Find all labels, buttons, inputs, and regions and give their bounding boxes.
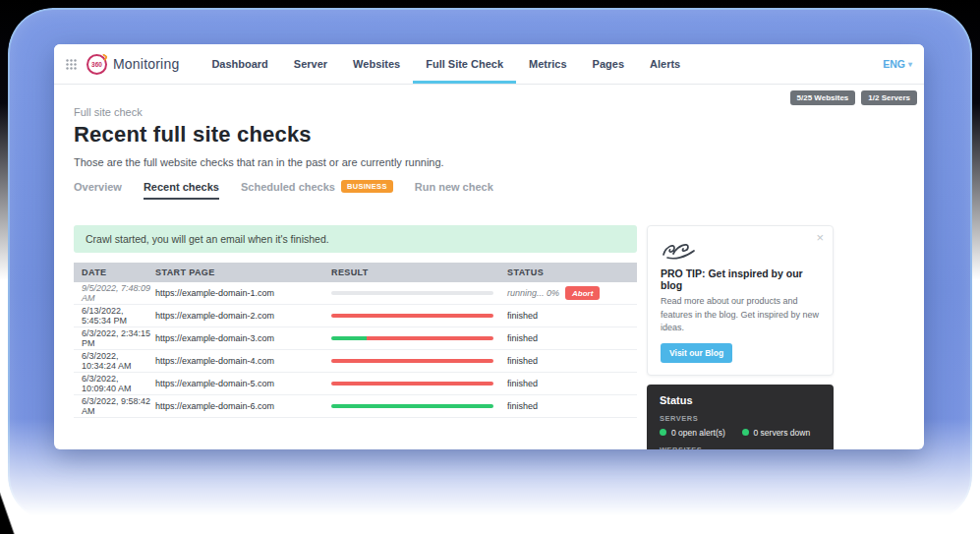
table-row[interactable]: 6/3/2022, 2:34:15 PM https://example-dom… bbox=[74, 327, 637, 350]
protip-body: Read more about our products and feature… bbox=[661, 295, 820, 335]
nav-item-label: Pages bbox=[593, 58, 624, 70]
progress-bar bbox=[331, 336, 493, 340]
nav-item-alerts[interactable]: Alerts bbox=[637, 44, 693, 84]
cell-date: 6/3/2022, 10:34:24 AM bbox=[82, 351, 155, 371]
table-row[interactable]: 6/3/2022, 9:58:42 AM https://example-dom… bbox=[74, 395, 637, 418]
quota-badge-5-25-websites: 5/25 Websites bbox=[790, 90, 856, 105]
nav-item-metrics[interactable]: Metrics bbox=[516, 44, 580, 84]
status-card: Status SERVERS 0 open alert(s) 0 servers… bbox=[647, 385, 834, 450]
business-badge: BUSINESS bbox=[341, 180, 393, 193]
chevron-down-icon: ▾ bbox=[908, 60, 912, 69]
table-body: 9/5/2022, 7:48:09 AM https://example-dom… bbox=[74, 282, 637, 418]
status-item-text: 0 servers down bbox=[754, 428, 811, 438]
brand-logo[interactable]: 360 Monitoring bbox=[86, 44, 179, 84]
status-text: finished bbox=[507, 379, 538, 388]
nav-item-full-site-check[interactable]: Full Site Check bbox=[413, 44, 516, 84]
progress-segment bbox=[331, 314, 493, 318]
nav-item-pages[interactable]: Pages bbox=[580, 44, 637, 84]
column-header-result: RESULT bbox=[331, 267, 507, 277]
status-text: finished bbox=[507, 333, 538, 343]
abort-button[interactable]: Abort bbox=[565, 286, 600, 300]
status-section-items: 0 open alert(s) 0 servers down bbox=[660, 428, 821, 438]
green-dot-icon bbox=[660, 429, 666, 436]
nav-items: Dashboard Server Websites Full Site Chec… bbox=[199, 44, 693, 84]
cell-date: 6/3/2022, 9:58:42 AM bbox=[82, 396, 155, 416]
nav-item-websites[interactable]: Websites bbox=[340, 44, 413, 84]
cell-date: 9/5/2022, 7:48:09 AM bbox=[82, 283, 155, 303]
logo-360-icon: 360 bbox=[86, 54, 107, 75]
status-item: 0 open alert(s) bbox=[660, 428, 739, 438]
nav-item-server[interactable]: Server bbox=[281, 44, 340, 84]
table-row[interactable]: 9/5/2022, 7:48:09 AM https://example-dom… bbox=[74, 282, 637, 305]
tab-label: Recent checks bbox=[144, 181, 219, 193]
column-header-date: DATE bbox=[82, 267, 155, 277]
nav-item-label: Metrics bbox=[529, 58, 567, 70]
protip-title: PRO TIP: Get inspired by our blog bbox=[661, 267, 820, 291]
column-header-start-page: START PAGE bbox=[155, 267, 331, 277]
table-row[interactable]: 6/3/2022, 10:09:40 AM https://example-do… bbox=[74, 373, 637, 395]
status-text: finished bbox=[507, 401, 538, 411]
progress-bar bbox=[331, 291, 493, 295]
nav-item-label: Websites bbox=[353, 58, 400, 70]
cell-start-page: https://example-domain-5.com bbox=[155, 379, 331, 388]
right-column: × PRO TIP: Get inspired by our blog Read… bbox=[647, 225, 834, 449]
close-icon[interactable]: × bbox=[816, 231, 824, 244]
tab-run-new-check[interactable]: Run new check bbox=[415, 181, 493, 200]
language-label: ENG bbox=[883, 58, 905, 70]
green-dot-icon bbox=[742, 429, 749, 436]
progress-bar bbox=[331, 314, 493, 318]
progress-segment bbox=[331, 382, 493, 386]
protip-card: × PRO TIP: Get inspired by our blog Read… bbox=[647, 225, 834, 376]
status-item: 0 servers down bbox=[742, 428, 822, 438]
tab-scheduled-checks[interactable]: Scheduled checks BUSINESS bbox=[241, 180, 393, 200]
page-title: Recent full site checks bbox=[74, 122, 904, 148]
page-description: Those are the full website checks that r… bbox=[74, 156, 904, 168]
tab-overview[interactable]: Overview bbox=[74, 181, 122, 200]
left-column: Crawl started, you will get an email whe… bbox=[74, 225, 637, 418]
main-columns: Crawl started, you will get an email whe… bbox=[74, 225, 904, 449]
cell-start-page: https://example-domain-2.com bbox=[155, 311, 331, 321]
quota-badge-1-2-servers: 1/2 Servers bbox=[861, 90, 917, 105]
app-window: 360 Monitoring Dashboard Server Websites… bbox=[54, 44, 924, 449]
progress-segment bbox=[331, 359, 493, 363]
success-banner: Crawl started, you will get an email whe… bbox=[74, 225, 637, 253]
progress-segment bbox=[331, 404, 493, 408]
quota-badges: 5/25 Websites1/2 Servers bbox=[790, 90, 917, 105]
status-section-servers: SERVERS 0 open alert(s) 0 servers down bbox=[660, 414, 821, 438]
status-section-label: SERVERS bbox=[660, 414, 821, 423]
progress-segment bbox=[331, 291, 493, 295]
nav-item-dashboard[interactable]: Dashboard bbox=[199, 44, 280, 84]
table-row[interactable]: 6/13/2022, 5:45:34 PM https://example-do… bbox=[74, 305, 637, 327]
cell-date: 6/3/2022, 2:34:15 PM bbox=[82, 328, 155, 348]
status-text: finished bbox=[507, 311, 538, 321]
cell-start-page: https://example-domain-3.com bbox=[155, 333, 331, 343]
checks-table: DATESTART PAGERESULTSTATUS 9/5/2022, 7:4… bbox=[74, 263, 637, 418]
progress-segment bbox=[367, 336, 493, 340]
status-section-websites: WEBSITES 0 open alert(s) 0 websites down bbox=[660, 445, 821, 450]
table-row[interactable]: 6/3/2022, 10:34:24 AM https://example-do… bbox=[74, 350, 637, 373]
breadcrumb: Full site check bbox=[74, 106, 904, 118]
cell-date: 6/3/2022, 10:09:40 AM bbox=[82, 374, 155, 393]
visit-blog-button[interactable]: Visit our Blog bbox=[661, 343, 732, 363]
tab-label: Scheduled checks bbox=[241, 181, 335, 193]
nav-item-label: Dashboard bbox=[211, 58, 267, 70]
status-card-title: Status bbox=[660, 394, 821, 406]
top-navbar: 360 Monitoring Dashboard Server Websites… bbox=[54, 44, 924, 85]
tab-recent-checks[interactable]: Recent checks bbox=[144, 181, 219, 200]
language-selector[interactable]: ENG ▾ bbox=[883, 44, 912, 84]
doodle-hands-icon bbox=[661, 240, 698, 262]
logo-text: Monitoring bbox=[113, 56, 179, 72]
tab-label: Overview bbox=[74, 181, 122, 193]
cell-start-page: https://example-domain-1.com bbox=[155, 288, 331, 298]
table-header: DATESTART PAGERESULTSTATUS bbox=[74, 263, 637, 282]
status-item-text: 0 open alert(s) bbox=[671, 428, 725, 438]
app-launcher-icon[interactable] bbox=[66, 59, 77, 70]
nav-item-label: Alerts bbox=[650, 58, 680, 70]
cell-start-page: https://example-domain-4.com bbox=[155, 356, 331, 366]
nav-item-label: Server bbox=[294, 58, 327, 70]
tab-label: Run new check bbox=[415, 181, 493, 193]
cell-start-page: https://example-domain-6.com bbox=[155, 401, 331, 411]
progress-segment bbox=[331, 336, 367, 340]
column-header-status: STATUS bbox=[507, 267, 629, 277]
status-text: finished bbox=[507, 356, 538, 366]
